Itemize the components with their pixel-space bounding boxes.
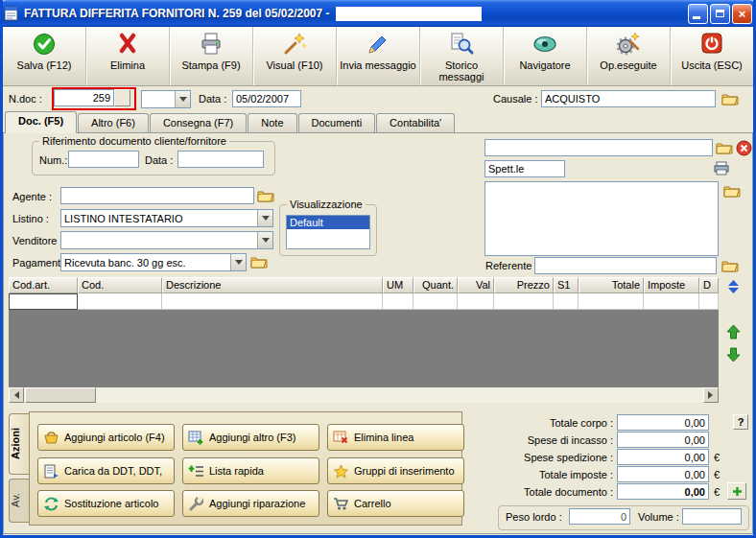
- spettle-input[interactable]: [484, 160, 565, 177]
- agente-input[interactable]: [60, 187, 254, 204]
- ndoc-input[interactable]: [54, 89, 114, 106]
- column-header[interactable]: S1: [554, 277, 579, 293]
- grid-cell[interactable]: [494, 293, 554, 310]
- date-input[interactable]: [232, 90, 301, 107]
- column-header[interactable]: Prezzo: [494, 277, 554, 293]
- cart-button[interactable]: Carrello: [327, 490, 464, 517]
- visual-button[interactable]: Visual (F10): [253, 27, 337, 85]
- venditore-combo[interactable]: [60, 231, 273, 249]
- listino-combo[interactable]: LISTINO INTESTATARIO: [60, 209, 273, 227]
- send-message-button[interactable]: Invia messaggio: [337, 27, 420, 85]
- ndoc-browse-button[interactable]: [114, 89, 130, 106]
- tab-note[interactable]: Note: [248, 113, 296, 132]
- folder-icon: [721, 92, 739, 105]
- volume-field[interactable]: [682, 508, 742, 525]
- move-row-up-button[interactable]: [724, 323, 742, 340]
- replace-article-button[interactable]: Sostituzione articolo: [37, 490, 175, 517]
- rif-data-input[interactable]: [177, 151, 264, 168]
- add-other-button[interactable]: Aggiungi altro (F3): [182, 424, 319, 451]
- print-address-button[interactable]: [713, 160, 732, 176]
- scroll-right-button[interactable]: [703, 387, 719, 403]
- intestatario-folder-button[interactable]: [715, 140, 734, 155]
- spese-spedizione-field[interactable]: [617, 449, 709, 465]
- tab-contabilita[interactable]: Contabilita': [376, 113, 455, 132]
- ndoc-combo[interactable]: [141, 90, 191, 108]
- chevron-down-icon[interactable]: [257, 210, 272, 226]
- grid-cell[interactable]: [644, 293, 699, 310]
- chevron-down-icon[interactable]: [257, 232, 272, 248]
- save-button[interactable]: Salva (F12): [3, 27, 86, 85]
- totale-corpo-field[interactable]: [617, 414, 709, 431]
- column-header[interactable]: Descrizione: [162, 277, 383, 293]
- address-folder-button[interactable]: [722, 183, 742, 199]
- grid-cell[interactable]: [699, 293, 719, 310]
- navigator-button[interactable]: Navigatore: [504, 27, 587, 85]
- close-button[interactable]: ×: [732, 4, 752, 24]
- column-header[interactable]: UM: [383, 277, 413, 293]
- load-ddt-button[interactable]: Carica da DDT, DDT,: [37, 457, 175, 484]
- chevron-down-icon[interactable]: [175, 91, 190, 107]
- grid-cell[interactable]: [458, 293, 494, 310]
- referente-input[interactable]: [534, 257, 717, 274]
- pagamento-folder-button[interactable]: [249, 254, 269, 269]
- totale-documento-field[interactable]: [617, 483, 709, 500]
- grid-cell[interactable]: [162, 293, 383, 310]
- intestatario-input[interactable]: [484, 139, 713, 156]
- grid-cell-codart[interactable]: [9, 293, 78, 310]
- clear-intestatario-button[interactable]: [735, 139, 752, 156]
- tab-doc[interactable]: Doc. (F5): [5, 111, 77, 133]
- operations-button[interactable]: Op.eseguite: [587, 27, 671, 85]
- quick-list-button[interactable]: Lista rapida: [182, 457, 319, 484]
- scroll-left-button[interactable]: [9, 387, 24, 403]
- add-article-button[interactable]: Aggiungi articolo (F4): [37, 424, 175, 451]
- grid-cell[interactable]: [383, 293, 413, 310]
- grid-cell[interactable]: [413, 293, 458, 310]
- address-textarea[interactable]: [484, 181, 719, 256]
- exit-button[interactable]: Uscita (ESC): [671, 27, 753, 85]
- delete-button[interactable]: Elimina: [86, 27, 170, 85]
- tab-av[interactable]: Av.: [9, 479, 30, 523]
- peso-lordo-field[interactable]: [569, 508, 630, 525]
- tab-consegna[interactable]: Consegna (F7): [150, 113, 247, 132]
- print-button[interactable]: Stampa (F9): [170, 27, 253, 85]
- add-total-button[interactable]: [727, 482, 746, 500]
- help-button[interactable]: ?: [733, 414, 748, 430]
- grid-empty-area: [9, 310, 719, 387]
- column-header[interactable]: D: [699, 277, 719, 293]
- message-history-button[interactable]: Storico messaggi: [420, 27, 504, 85]
- minimize-button[interactable]: [688, 4, 708, 24]
- grid-cell[interactable]: [579, 293, 644, 310]
- move-row-down-button[interactable]: [724, 346, 742, 363]
- tab-documenti[interactable]: Documenti: [298, 113, 376, 132]
- causale-folder-button[interactable]: [720, 90, 741, 107]
- venditore-label: Venditore :: [12, 235, 63, 246]
- pagamento-combo[interactable]: Ricevuta banc. 30 gg esc.: [60, 253, 247, 271]
- agente-folder-button[interactable]: [256, 188, 275, 203]
- column-header[interactable]: Cod.: [78, 277, 162, 293]
- delete-line-button[interactable]: Elimina linea: [327, 424, 464, 451]
- spese-incasso-field[interactable]: [617, 432, 709, 448]
- rif-num-input[interactable]: [68, 151, 139, 168]
- scrollbar-track[interactable]: [96, 387, 703, 403]
- visualizzazione-item-default[interactable]: Default: [287, 216, 369, 229]
- maximize-button[interactable]: [710, 4, 730, 24]
- add-repair-button[interactable]: Aggiungi riparazione: [182, 490, 319, 517]
- tab-azioni[interactable]: Azioni: [9, 413, 30, 475]
- causale-input[interactable]: [541, 90, 716, 107]
- grid-cell[interactable]: [78, 293, 162, 310]
- insert-groups-button[interactable]: Gruppi di inserimento: [327, 457, 464, 484]
- column-header[interactable]: Quant.: [413, 277, 458, 293]
- grid-cell[interactable]: [554, 293, 579, 310]
- chevron-down-icon[interactable]: [230, 254, 246, 270]
- column-header[interactable]: Imposte: [644, 277, 699, 293]
- sort-rows-button[interactable]: [724, 278, 742, 295]
- totale-imposte-field[interactable]: [617, 466, 709, 482]
- column-header[interactable]: Cod.art.: [9, 277, 78, 293]
- column-header[interactable]: Val: [458, 277, 494, 293]
- totale-imposte-label: Totale imposte :: [500, 469, 613, 480]
- column-header[interactable]: Totale: [579, 277, 644, 293]
- titlebar: FATTURA DIFFERITA FORNITORI N. 259 del 0…: [0, 0, 756, 27]
- scrollbar-thumb[interactable]: [25, 387, 96, 403]
- tab-altro[interactable]: Altro (F6): [78, 113, 149, 132]
- referente-folder-button[interactable]: [721, 258, 740, 273]
